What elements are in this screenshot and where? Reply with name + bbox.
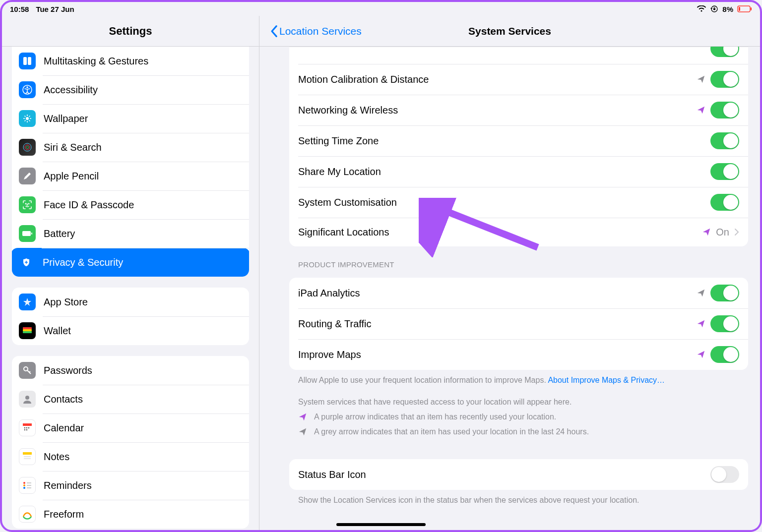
detail-pane: Location Services System Services Motion… [259, 16, 760, 530]
svg-rect-15 [22, 231, 31, 236]
svg-point-31 [23, 482, 25, 484]
sidebar-item-multitasking[interactable]: Multitasking & Gestures [12, 47, 249, 75]
svg-point-10 [23, 143, 31, 151]
row-setting-time-zone[interactable]: Setting Time Zone [289, 125, 748, 156]
sidebar-item-freeform[interactable]: Freeform [12, 500, 249, 529]
svg-point-13 [25, 203, 26, 204]
sidebar-item-contacts[interactable]: Contacts [12, 385, 249, 414]
row-label: Setting Time Zone [298, 135, 710, 147]
siri-icon [19, 139, 36, 156]
svg-point-9 [26, 117, 29, 120]
toggle[interactable] [710, 315, 739, 332]
row-label: Networking & Wireless [298, 105, 697, 116]
sidebar-item-reminders[interactable]: Reminders [12, 471, 249, 500]
row-motion-calibration[interactable]: Motion Calibration & Distance [289, 64, 748, 95]
chevron-left-icon [269, 25, 278, 38]
toggle[interactable] [710, 71, 739, 88]
row-status-bar-icon[interactable]: Status Bar Icon [289, 459, 748, 490]
svg-point-33 [23, 487, 25, 489]
toggle[interactable] [710, 47, 739, 57]
toggle[interactable] [710, 132, 739, 149]
location-arrow-icon [697, 106, 705, 115]
svg-rect-27 [26, 429, 27, 430]
svg-rect-23 [24, 427, 25, 428]
sidebar-item-siri[interactable]: Siri & Search [12, 133, 249, 162]
svg-rect-4 [751, 7, 752, 10]
svg-rect-22 [23, 423, 32, 426]
toggle[interactable] [710, 163, 739, 180]
chevron-right-icon [734, 228, 739, 236]
row-label: iPad Analytics [298, 288, 697, 299]
location-arrow-icon [298, 413, 307, 421]
svg-rect-24 [26, 427, 27, 428]
battery-icon [19, 225, 36, 242]
back-label: Location Services [279, 25, 362, 37]
sidebar-item-label: Wallpaper [44, 113, 88, 124]
location-arrow-icon [697, 319, 705, 328]
location-arrow-icon [697, 75, 705, 84]
sidebar-item-label: Freeform [44, 509, 84, 520]
sidebar-item-label: Notes [44, 451, 69, 463]
battery-icon [737, 5, 752, 12]
wallpaper-icon [19, 110, 36, 127]
status-time: 10:58 [10, 5, 29, 13]
sidebar-item-label: Passwords [44, 365, 92, 376]
toggle[interactable] [710, 346, 739, 363]
location-arrow-icon [697, 289, 705, 297]
row-share-my-location[interactable]: Share My Location [289, 156, 748, 187]
svg-point-12 [26, 146, 29, 149]
svg-point-21 [25, 396, 29, 400]
multitasking-icon [19, 53, 36, 69]
privacy-icon [18, 254, 35, 271]
sidebar-item-accessibility[interactable]: Accessibility [12, 75, 249, 104]
sidebar-item-faceid[interactable]: Face ID & Passcode [12, 190, 249, 219]
row-improve-maps[interactable]: Improve Maps [289, 339, 748, 370]
sidebar-item-label: Face ID & Passcode [44, 199, 134, 211]
location-arrow-icon [702, 228, 711, 236]
svg-rect-19 [23, 331, 32, 333]
battery-percent: 8% [722, 5, 733, 13]
row-system-customisation[interactable]: System Customisation [289, 187, 748, 218]
toggle-row[interactable] [289, 47, 748, 64]
svg-rect-26 [24, 429, 25, 430]
sidebar-item-privacy[interactable]: Privacy & Security [12, 248, 249, 277]
back-button[interactable]: Location Services [269, 25, 362, 38]
sidebar-item-pencil[interactable]: Apple Pencil [12, 162, 249, 190]
svg-rect-3 [739, 7, 740, 11]
legend-grey-text: A grey arrow indicates that an item has … [314, 427, 589, 436]
sidebar-item-notes[interactable]: Notes [12, 442, 249, 471]
row-significant-locations[interactable]: Significant Locations On [289, 218, 748, 246]
svg-rect-16 [31, 233, 32, 235]
sidebar-item-battery[interactable]: Battery [12, 219, 249, 248]
sidebar-item-wallet[interactable]: Wallet [12, 316, 249, 345]
sidebar-item-passwords[interactable]: Passwords [12, 356, 249, 385]
wallet-icon [19, 322, 36, 339]
toggle[interactable] [710, 194, 739, 211]
sidebar-item-label: Battery [44, 228, 75, 239]
reminders-icon [19, 477, 36, 494]
svg-point-20 [24, 367, 28, 371]
svg-rect-5 [23, 57, 27, 65]
row-label: Share My Location [298, 166, 710, 177]
sidebar-item-label: Reminders [44, 480, 92, 491]
sidebar-item-wallpaper[interactable]: Wallpaper [12, 104, 249, 133]
row-ipad-analytics[interactable]: iPad Analytics [289, 278, 748, 308]
legend-intro: System services that have requested acce… [298, 398, 739, 407]
sidebar-item-calendar[interactable]: Calendar [12, 414, 249, 442]
calendar-icon [19, 419, 36, 436]
sidebar-item-label: Contacts [44, 394, 83, 405]
settings-sidebar: Settings Multitasking & Gestures Accessi… [2, 16, 259, 530]
home-indicator [336, 523, 426, 526]
status-bar: 10:58 Tue 27 Jun 8% [2, 2, 760, 16]
row-networking-wireless[interactable]: Networking & Wireless [289, 95, 748, 125]
sidebar-item-appstore[interactable]: App Store [12, 288, 249, 316]
sidebar-title: Settings [2, 16, 259, 47]
location-arrow-icon [298, 427, 307, 436]
improve-maps-privacy-link[interactable]: About Improve Maps & Privacy… [548, 376, 665, 384]
row-routing-traffic[interactable]: Routing & Traffic [289, 308, 748, 339]
row-label: System Customisation [298, 197, 710, 208]
sidebar-item-label: Multitasking & Gestures [44, 56, 148, 67]
toggle[interactable] [710, 102, 739, 118]
toggle[interactable] [710, 466, 739, 483]
toggle[interactable] [710, 285, 739, 301]
